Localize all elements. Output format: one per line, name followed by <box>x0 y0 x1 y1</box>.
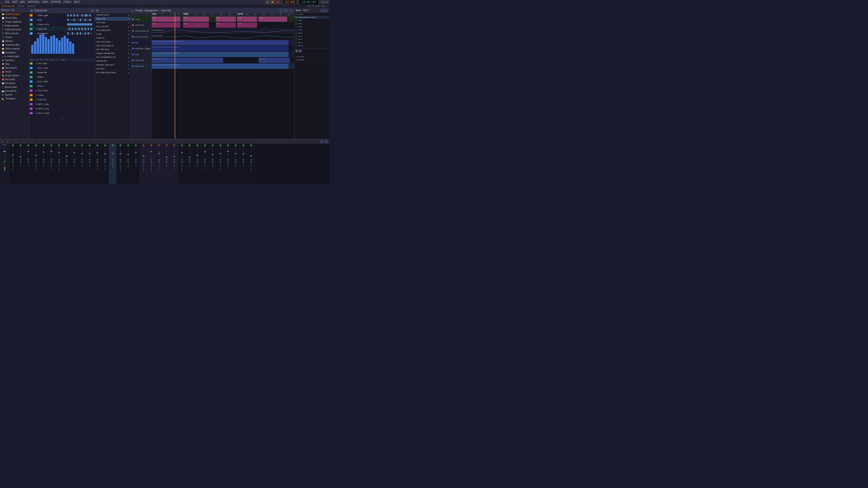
vocal-dist-pan-clip[interactable]: Vocal Dist Pan <box>152 34 294 39</box>
ch-send-knob-19[interactable] <box>158 161 160 163</box>
inst-row-3[interactable]: FLS_Gun 001 ▲ <box>95 25 131 29</box>
ch-fader-3[interactable] <box>35 155 37 156</box>
inst-row-6[interactable]: Crash #2 ▲ <box>95 36 131 40</box>
ch-knob-6[interactable] <box>58 159 60 161</box>
ch-fader-1[interactable] <box>20 156 22 157</box>
record-button[interactable]: ● <box>276 0 280 4</box>
menu-view[interactable]: VIEW <box>42 1 48 3</box>
noise-hat-track-row[interactable]: 3 3 3 3 3 3 3 3 3 3 3 3 3 3 3 3 3 3 3 <box>152 57 294 63</box>
mixer-channel-1[interactable]: Kick <box>17 144 24 184</box>
mixer-channel-0[interactable]: Sidechain <box>9 144 17 184</box>
ch-fader-2[interactable] <box>27 151 29 152</box>
mixer-channel-6[interactable]: Noise Cymbal <box>55 144 63 184</box>
ch-send-knob-1[interactable] <box>20 161 22 163</box>
ch-knob-29[interactable] <box>235 159 237 161</box>
track-label-sidechain[interactable]: Sidechain Trigger <box>131 46 152 52</box>
ch-knob-15[interactable] <box>127 159 129 161</box>
ch-send-knob-17[interactable] <box>143 161 145 163</box>
channel-row-toy[interactable]: 14 Toy..h SFX <box>29 88 95 93</box>
ch-fader-23[interactable] <box>189 157 191 158</box>
sidebar-item-templates[interactable]: 📐 Templates <box>0 97 29 101</box>
ch-knob-4[interactable] <box>43 159 44 161</box>
mixer-channel-17[interactable]: Chord + Pad <box>140 144 147 184</box>
ch-fader-27[interactable] <box>219 153 221 154</box>
mixer-master-channel[interactable]: Master <box>0 144 9 184</box>
ch-knob-30[interactable] <box>243 159 244 161</box>
ch-knob-14[interactable] <box>120 159 121 161</box>
mixer-channel-28[interactable]: Sine Fill <box>224 144 232 184</box>
ch-send-knob-20[interactable] <box>166 161 167 163</box>
inst-row-5[interactable]: Crash ▲ <box>95 32 131 36</box>
channel-row-crash[interactable]: 31 Crash + <box>29 93 95 97</box>
inst-row-4[interactable]: Toy Scritch SFX ▲ <box>95 29 131 32</box>
sidebar-item-misc[interactable]: 📦 Misc <box>0 62 29 66</box>
mixer-minimize[interactable]: _ <box>320 140 323 143</box>
vocal-delay-vol-track-row[interactable]: Vocal Delay Vol <box>152 28 294 34</box>
ch-send-knob-26[interactable] <box>212 161 214 163</box>
sidebar-item-clipboard[interactable]: 📋 Clipboard files <box>0 43 29 47</box>
ch-knob-12[interactable] <box>104 159 106 161</box>
ch-fader-25[interactable] <box>204 151 206 152</box>
track-label-vocal-dist[interactable]: Vocal Dist <box>131 22 152 28</box>
channel-row-noismbal[interactable]: 6 Nois..mbal <box>29 79 95 84</box>
mixer-channel-8[interactable]: Hats <box>70 144 78 184</box>
ch-fader-5[interactable] <box>51 151 52 152</box>
ch-send-knob-18[interactable] <box>150 161 152 163</box>
channel-row-ride1[interactable]: 6 Ride 1 <box>29 75 95 79</box>
ch-fader-17[interactable] <box>143 156 145 157</box>
ch-send-knob-12[interactable] <box>104 161 106 163</box>
track-label-clap[interactable]: Clap <box>131 52 152 57</box>
stop-button[interactable]: ■ <box>265 0 270 4</box>
menu-help[interactable]: HELP <box>74 1 80 3</box>
mixer-channel-24[interactable]: Plucky <box>193 144 201 184</box>
ch-send-knob-16[interactable] <box>135 161 137 163</box>
ch-send-knob-28[interactable] <box>227 161 229 163</box>
ch-send-knob-25[interactable] <box>204 161 206 163</box>
inst-row-7[interactable]: SFX Cym Noisy ▲ <box>95 40 131 44</box>
fx-slot-none-1[interactable]: (none) <box>294 13 329 16</box>
inst-row-1[interactable]: Open Hat ▲ <box>95 17 131 21</box>
ch-knob-13[interactable] <box>112 159 114 161</box>
menu-patterns[interactable]: PATTERNS <box>28 1 39 3</box>
open-hat-track-row[interactable]: 3 3 3 3 3 3 3 3 3 3 3 3 3 3 3 3 3 3 3 3 … <box>152 63 294 69</box>
track-label-noise-hat[interactable]: Noise Hat <box>131 57 152 63</box>
ch-knob-1[interactable] <box>20 159 22 161</box>
add-channel-area[interactable]: + <box>29 116 95 121</box>
ch-knob-0[interactable] <box>12 159 14 161</box>
ch-knob-31[interactable] <box>250 159 252 161</box>
vocal-clip-5[interactable]: V...al <box>258 17 287 22</box>
mixer-channel-14[interactable]: Attack Clap 10 <box>117 144 124 184</box>
send-knob-2[interactable] <box>299 50 302 53</box>
vocal-dist-clip-4[interactable]: V...al <box>237 23 257 28</box>
mixer-channel-29[interactable]: Snare <box>232 144 240 184</box>
ch-knob-24[interactable] <box>196 159 198 161</box>
ch-send-knob-13[interactable] <box>112 161 114 163</box>
mixer-channel-4[interactable]: Clap <box>40 144 48 184</box>
sidebar-item-plugin-presets[interactable]: 🎛 Plugin presets <box>0 24 29 28</box>
channel-row-noisehat[interactable]: 5 Noise Hat <box>29 70 95 75</box>
ch-send-knob-5[interactable] <box>51 161 52 163</box>
kick-track-row[interactable]: 3 3 3 3 3 3 3 3 3 3 3 3 3 3 3 3 3 3 3 3 … <box>152 40 294 46</box>
ch-send-knob-0[interactable] <box>12 161 14 163</box>
sidebar-item-mixer-presets[interactable]: 🎛 Mixer presets <box>0 31 29 35</box>
ch-send-knob-6[interactable] <box>58 161 60 163</box>
close-button[interactable]: × <box>289 9 293 12</box>
open-hat-clip[interactable]: 3 3 3 3 3 3 3 3 3 3 3 3 3 3 3 3 3 3 3 3 … <box>152 64 288 69</box>
ch-send-knob-31[interactable] <box>250 161 252 163</box>
ch-knob-27[interactable] <box>219 159 221 161</box>
ch-knob-22[interactable] <box>181 159 183 161</box>
channel-row-openhat[interactable]: 9 Open Hat <box>29 27 95 31</box>
mixer-channel-5[interactable]: Noise Hat <box>48 144 55 184</box>
menu-options[interactable]: OPTIONS <box>51 1 61 3</box>
ch-fader-8[interactable] <box>73 152 75 153</box>
track-label-vocal-delay[interactable]: Vocal Delay Vol <box>131 28 152 34</box>
ch-fader-19[interactable] <box>158 153 160 154</box>
ch-send-knob-23[interactable] <box>189 161 191 163</box>
inst-row-15[interactable]: MA StaticShock Retro.. ▲ <box>95 71 131 74</box>
ch-knob-5[interactable] <box>51 159 52 161</box>
mixer-channel-16[interactable]: Pad <box>132 144 140 184</box>
channel-row-sfxcoisy[interactable]: 39 SFX C..oisy <box>29 102 95 106</box>
ch-knob-21[interactable] <box>174 159 175 161</box>
inst-row-11[interactable]: MA Constellations Sh.. ▲ <box>95 55 131 59</box>
vocal-dist-clip-2[interactable]: V...al <box>183 23 209 28</box>
